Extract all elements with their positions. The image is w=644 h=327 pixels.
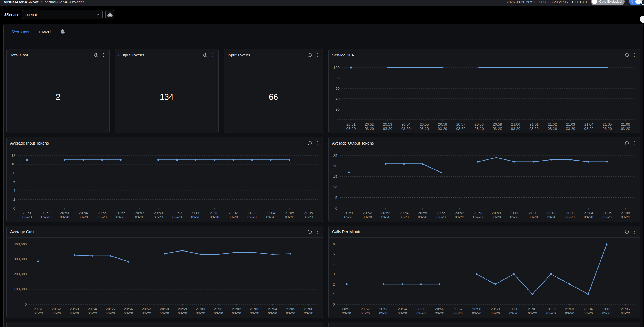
svg-text:03-20: 03-20 — [178, 311, 187, 315]
svg-text:20:59: 20:59 — [178, 307, 187, 311]
tab-model[interactable]: model — [39, 29, 51, 34]
info-icon[interactable] — [625, 141, 629, 145]
calls-per-minute-chart[interactable]: 012345620:5103-2020:5203-2020:5303-2020:… — [329, 238, 640, 318]
svg-text:20:51: 20:51 — [22, 211, 32, 215]
svg-text:03-20: 03-20 — [602, 311, 611, 315]
svg-text:20:55: 20:55 — [418, 211, 427, 215]
time-range-picker[interactable]: 2026-03-20 20:51 ~ 2026-03-20 21:06 — [507, 0, 568, 4]
svg-text:20:56: 20:56 — [124, 307, 133, 311]
kebab-menu-icon[interactable]: ⋮ — [632, 230, 637, 234]
svg-text:03-20: 03-20 — [566, 127, 575, 131]
breadcrumb-root[interactable]: Virtual-GenAI-Root — [4, 0, 38, 4]
card-title: Average Cost — [10, 229, 34, 234]
svg-text:03-20: 03-20 — [584, 215, 593, 219]
svg-text:20:52: 20:52 — [365, 122, 374, 126]
svg-text:03-20: 03-20 — [154, 215, 163, 219]
floating-action-button[interactable] — [640, 16, 644, 23]
svg-text:21:06: 21:06 — [621, 211, 630, 215]
svg-text:20:52: 20:52 — [41, 211, 50, 215]
svg-text:20:51: 20:51 — [34, 307, 43, 311]
svg-text:03-20: 03-20 — [97, 215, 107, 219]
svg-text:20:58: 20:58 — [475, 122, 484, 126]
svg-text:20:57: 20:57 — [456, 122, 465, 126]
svg-text:20:59: 20:59 — [492, 211, 501, 215]
svg-text:20:56: 20:56 — [437, 211, 446, 215]
svg-text:21:00: 21:00 — [191, 211, 200, 215]
svg-text:3: 3 — [333, 272, 335, 276]
card-clipped-right — [328, 322, 640, 327]
svg-text:20:55: 20:55 — [417, 307, 426, 311]
kebab-menu-icon[interactable]: ⋮ — [315, 53, 319, 57]
kebab-menu-icon[interactable]: ⋮ — [315, 141, 319, 145]
service-sla-chart[interactable]: 02040608010020:5103-2020:5203-2020:5303-… — [329, 61, 640, 133]
card-service-sla: Service SLA ⋮ 02040608010020:5103-2020:5… — [328, 49, 640, 133]
svg-text:03-20: 03-20 — [196, 311, 205, 315]
kebab-menu-icon[interactable]: ⋮ — [315, 230, 319, 234]
kebab-menu-icon[interactable]: ⋮ — [210, 53, 215, 57]
average-cost-chart[interactable]: 0100,000200,000300,000400,00020:5103-202… — [7, 238, 323, 318]
card-header: Average Input Tokens ⋮ — [7, 137, 323, 149]
svg-text:20:51: 20:51 — [342, 307, 351, 311]
svg-text:03-20: 03-20 — [232, 311, 241, 315]
svg-text:03-20: 03-20 — [124, 311, 133, 315]
svg-text:21:04: 21:04 — [584, 211, 593, 215]
kebab-menu-icon[interactable]: ⋮ — [101, 53, 106, 57]
svg-text:03-20: 03-20 — [491, 311, 500, 315]
info-icon[interactable] — [308, 141, 312, 145]
svg-text:100: 100 — [333, 66, 340, 70]
card-title: Input Tokens — [227, 53, 250, 57]
svg-text:03-20: 03-20 — [438, 127, 447, 131]
svg-text:2: 2 — [333, 282, 335, 286]
svg-text:03-20: 03-20 — [250, 311, 259, 315]
average-input-tokens-chart[interactable]: 02468101220:5103-2020:5203-2020:5303-202… — [7, 149, 323, 222]
card-title: Calls Per Minute — [332, 229, 361, 234]
copy-icon — [61, 29, 66, 34]
svg-text:21:02: 21:02 — [546, 307, 556, 311]
average-output-tokens-chart[interactable]: 051015202520:5103-2020:5203-2020:5303-20… — [329, 149, 640, 222]
stat-value: 2 — [56, 92, 60, 102]
service-select[interactable]: openai — [22, 10, 103, 19]
svg-text:25: 25 — [333, 154, 337, 158]
svg-text:0: 0 — [25, 302, 27, 306]
info-icon[interactable] — [308, 53, 312, 57]
svg-text:20:58: 20:58 — [473, 211, 483, 215]
svg-text:03-20: 03-20 — [88, 311, 97, 315]
info-icon[interactable] — [94, 53, 98, 57]
svg-text:03-20: 03-20 — [529, 215, 538, 219]
info-icon[interactable] — [625, 53, 629, 57]
svg-text:03-20: 03-20 — [401, 127, 411, 131]
info-icon[interactable] — [625, 230, 629, 234]
svg-text:03-20: 03-20 — [346, 127, 356, 131]
topology-button[interactable] — [105, 10, 114, 19]
svg-text:03-20: 03-20 — [135, 215, 144, 219]
svg-text:200,000: 200,000 — [14, 272, 27, 276]
svg-text:8: 8 — [13, 171, 16, 175]
svg-text:80: 80 — [336, 76, 340, 80]
svg-text:20:54: 20:54 — [398, 307, 407, 311]
moon-icon: ☾ — [631, 0, 634, 3]
copy-dashboard-button[interactable] — [61, 29, 66, 34]
theme-toggle[interactable]: ☾ — [629, 0, 641, 5]
card-clipped-left — [6, 322, 323, 327]
svg-text:20:52: 20:52 — [361, 307, 370, 311]
svg-text:20:56: 20:56 — [116, 211, 125, 215]
info-icon[interactable] — [203, 53, 207, 57]
timezone-label[interactable]: UTC+8.0 — [572, 0, 587, 4]
kebab-menu-icon[interactable]: ⋮ — [632, 141, 637, 145]
svg-text:03-20: 03-20 — [304, 311, 313, 315]
breadcrumb-current[interactable]: Virtual-GenAI-Provider — [45, 0, 84, 4]
cold-excluded-label: Cold Excluded — [599, 0, 622, 3]
svg-text:21:05: 21:05 — [602, 307, 611, 311]
svg-text:21:05: 21:05 — [603, 122, 612, 126]
kebab-menu-icon[interactable]: ⋮ — [632, 53, 637, 57]
tab-overview[interactable]: Overview — [12, 29, 29, 34]
svg-text:03-20: 03-20 — [41, 215, 51, 219]
cold-excluded-toggle[interactable]: Cold Excluded — [591, 0, 625, 5]
svg-text:03-20: 03-20 — [172, 215, 182, 219]
svg-text:03-20: 03-20 — [565, 311, 574, 315]
card-header: Calls Per Minute ⋮ — [329, 226, 640, 238]
svg-text:03-20: 03-20 — [472, 311, 481, 315]
svg-text:03-20: 03-20 — [210, 215, 219, 219]
info-icon[interactable] — [308, 230, 312, 234]
svg-text:21:05: 21:05 — [285, 211, 294, 215]
